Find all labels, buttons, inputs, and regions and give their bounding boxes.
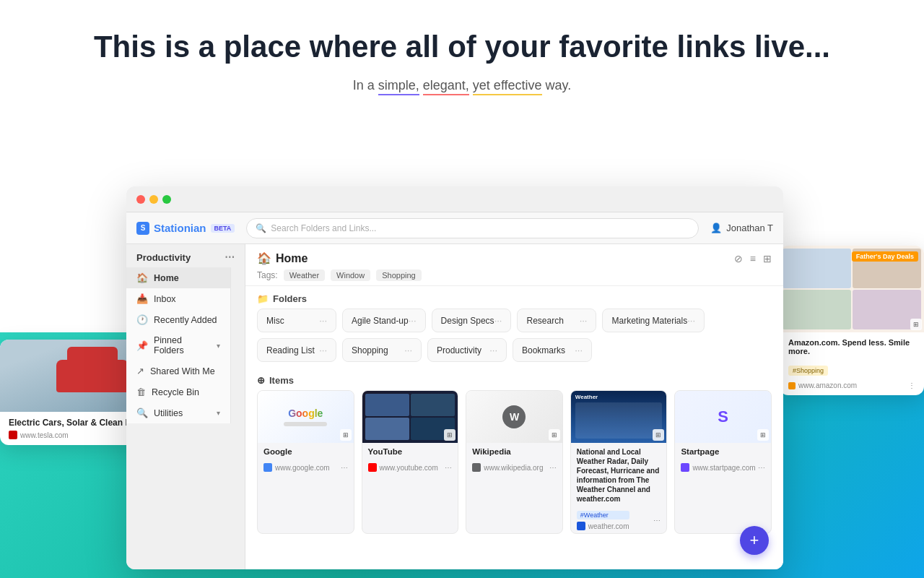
folder-more-icon-5[interactable]: ···	[687, 315, 695, 326]
wikipedia-thumbnail-content: W	[466, 391, 562, 443]
item-more-weather[interactable]: ⋯	[653, 517, 661, 525]
google-search-mini	[284, 422, 327, 426]
search-bar[interactable]: 🔍 Search Folders and Links...	[246, 218, 699, 238]
search-placeholder: Search Folders and Links...	[271, 223, 376, 233]
hero-subtitle: In a simple, elegant, yet effective way.	[14, 78, 910, 93]
item-info-wikipedia: Wikipedia	[466, 443, 562, 460]
folder-bookmarks[interactable]: Bookmarks ···	[513, 338, 592, 362]
grid-icon-startpage: ⊞	[757, 429, 769, 441]
folder-reading[interactable]: Reading List ···	[257, 338, 336, 362]
favicon-amazon	[788, 382, 796, 389]
clock-icon: 🕐	[136, 314, 148, 325]
filter-icon[interactable]: ⊘	[734, 253, 743, 264]
folder-design[interactable]: Design Specs ···	[432, 309, 512, 332]
amazon-footer: www.amazon.com ⋮	[780, 379, 924, 395]
sidebar-more-icon[interactable]: ⋯	[225, 251, 235, 263]
items-icon: ⊕	[257, 375, 265, 386]
folder-more-icon-9[interactable]: ···	[575, 345, 583, 355]
tesla-url-text: www.tesla.com	[20, 431, 69, 439]
car-shape	[56, 360, 128, 392]
folder-more-icon-7[interactable]: ···	[404, 345, 412, 355]
tag-shopping[interactable]: Shopping	[376, 269, 422, 281]
amazon-badge: Father's Day Deals	[852, 251, 918, 262]
user-icon: 👤	[710, 223, 722, 233]
folder-name-agile: Agile Stand-up	[352, 316, 409, 326]
list-icon[interactable]: ≡	[750, 253, 756, 264]
item-card-google[interactable]: Google ⊞ Google www.google.com ⋯	[257, 390, 354, 534]
favicon-startpage	[681, 463, 689, 472]
folder-name-marketing: Marketing Materials	[611, 316, 687, 326]
weather-tag[interactable]: #Weather	[577, 511, 629, 519]
url-text-wikipedia: www.wikipedia.org	[484, 464, 543, 472]
beta-badge: BETA	[211, 224, 235, 233]
item-name-youtube: YouTube	[368, 447, 453, 456]
sidebar-item-home[interactable]: 🏠 Home	[126, 267, 230, 288]
item-url-weather: weather.com	[577, 522, 629, 530]
sidebar-section-header: Productivity ⋯	[126, 244, 245, 267]
sidebar-item-recently-added[interactable]: 🕐 Recently Added	[126, 309, 230, 330]
startpage-logo: S	[718, 407, 728, 426]
sidebar-item-recycle[interactable]: 🗑 Recycle Bin	[126, 381, 230, 402]
folders-section-label: 📁 Folders	[245, 286, 783, 309]
url-text-startpage: www.startpage.com	[692, 464, 755, 472]
outer-sidebar: Productivity ⋯ 🏠 Home 📥 Inbox 🕐 Recently…	[126, 244, 245, 569]
folder-marketing[interactable]: Marketing Materials ···	[602, 309, 705, 332]
item-footer-weather: #Weather weather.com ⋯	[571, 508, 667, 533]
folder-misc[interactable]: Misc ···	[257, 309, 336, 332]
item-thumbnail-wikipedia: W ⊞	[466, 391, 562, 443]
amazon-more-icon[interactable]: ⋮	[908, 381, 915, 389]
sidebar-label-recently-added: Recently Added	[154, 315, 217, 325]
folder-more-icon-2[interactable]: ···	[409, 315, 417, 326]
trash-icon: 🗑	[136, 387, 146, 397]
folder-agile[interactable]: Agile Stand-up ···	[342, 309, 426, 332]
item-more-youtube[interactable]: ⋯	[445, 464, 452, 472]
folder-more-icon-3[interactable]: ···	[494, 315, 502, 326]
sidebar-item-shared[interactable]: ↗ Shared With Me	[126, 361, 230, 381]
folder-research[interactable]: Research ···	[517, 309, 596, 332]
subtitle-word-effective: yet effective	[473, 78, 542, 93]
maximize-button[interactable]	[162, 195, 171, 204]
sidebar-section-label: Productivity	[136, 252, 191, 263]
item-footer-google: www.google.com ⋯	[258, 460, 354, 475]
folder-name-research: Research	[526, 316, 563, 326]
folder-productivity[interactable]: Productivity ···	[427, 338, 507, 362]
weather-map	[575, 402, 663, 439]
item-card-youtube[interactable]: ⊞ YouTube www.youtube.com ⋯	[362, 390, 459, 534]
item-more-google[interactable]: ⋯	[341, 464, 348, 472]
sidebar-item-pinned-folders[interactable]: 📌 Pinned Folders ▾	[126, 330, 230, 361]
folder-more-icon-8[interactable]: ···	[489, 345, 497, 355]
item-card-startpage[interactable]: S ⊞ Startpage www.startpage.com ⋯	[674, 390, 772, 534]
folder-shopping[interactable]: Shopping ···	[342, 338, 422, 362]
folder-more-icon[interactable]: ···	[319, 315, 327, 326]
item-card-wikipedia[interactable]: W ⊞ Wikipedia www.wikipedia.org ⋯	[466, 390, 563, 534]
item-more-wikipedia[interactable]: ⋯	[549, 464, 557, 472]
grid-icon-amazon: ⊞	[910, 319, 922, 330]
item-more-startpage[interactable]: ⋯	[758, 464, 765, 472]
grid-view-icon[interactable]: ⊞	[763, 253, 772, 264]
floating-card-amazon[interactable]: Father's Day Deals ⊞ Amazon.com. Spend l…	[780, 246, 924, 395]
share-icon: ↗	[136, 366, 144, 376]
grid-icon-weather: ⊞	[653, 429, 664, 441]
item-url-google: www.google.com	[263, 463, 330, 472]
sidebar-item-inbox[interactable]: 📥 Inbox	[126, 288, 230, 309]
tag-window[interactable]: Window	[331, 269, 370, 281]
content-actions: ⊘ ≡ ⊞	[734, 253, 772, 264]
sidebar-item-utilities[interactable]: 🔍 Utilities ▾	[126, 402, 230, 423]
search-icon: 🔍	[256, 223, 266, 233]
tag-weather[interactable]: Weather	[284, 269, 325, 281]
user-name: Jonathan T	[726, 223, 773, 233]
yt-cell-1	[365, 394, 409, 416]
folders-grid: Misc ··· Agile Stand-up ··· Design Specs…	[245, 309, 783, 368]
amazon-product-3	[783, 290, 851, 329]
folder-more-icon-4[interactable]: ···	[580, 315, 588, 326]
brand-name: Stationian	[154, 222, 206, 234]
close-button[interactable]	[136, 195, 145, 204]
grid-icon: ⊞	[340, 429, 352, 441]
minimize-button[interactable]	[149, 195, 158, 204]
fab-add-button[interactable]: +	[740, 526, 769, 555]
folder-more-icon-6[interactable]: ···	[319, 345, 327, 355]
item-card-weather[interactable]: Weather ⊞ National and Local Weather Rad…	[570, 390, 668, 534]
tags-row: Tags: Weather Window Shopping	[257, 269, 772, 281]
shopping-tag[interactable]: #Shopping	[788, 366, 828, 376]
items-grid: Google ⊞ Google www.google.com ⋯	[245, 390, 783, 541]
